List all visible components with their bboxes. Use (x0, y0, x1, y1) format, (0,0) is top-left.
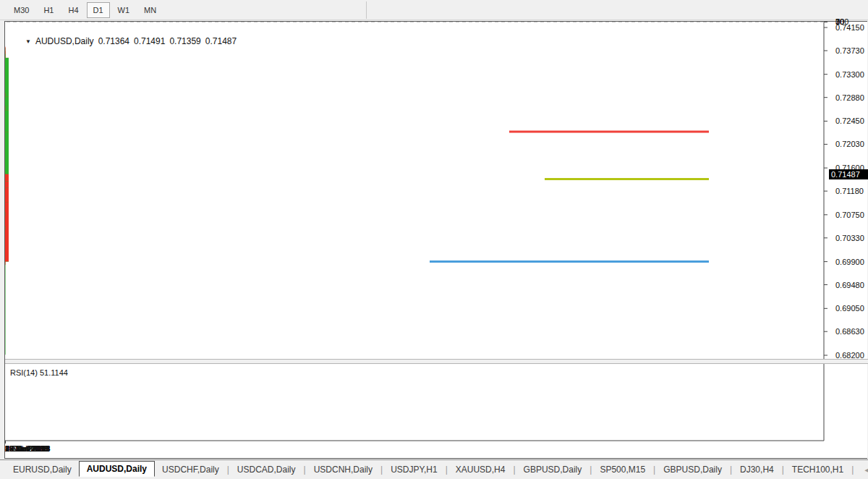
symbol-tab-usdcnh[interactable]: USDCNH,Daily (307, 462, 380, 478)
timeframe-button-m30[interactable]: M30 (7, 2, 35, 18)
price-axis-label: 0.69900 (835, 258, 864, 266)
chart-symbol: AUDUSD,Daily (35, 36, 94, 46)
trading-app-window: M30H1H4D1W1MN ▼AUDUSD,Daily0.713640.7149… (0, 0, 868, 479)
chart-canvas[interactable] (5, 22, 868, 458)
price-axis-label: 0.69480 (835, 281, 864, 289)
timeframe-button-h4[interactable]: H4 (61, 2, 85, 18)
timeframe-button-mn[interactable]: MN (137, 2, 163, 18)
symbol-tab-xauusd[interactable]: XAUUSD,H4 (448, 462, 513, 478)
candle-body (5, 202, 9, 212)
timeframe-button-d1[interactable]: D1 (87, 2, 110, 18)
price-axis-label: 0.72880 (835, 93, 864, 102)
ohlc-low: 0.71359 (169, 36, 200, 46)
symbol-tab-usdchf[interactable]: USDCHF,Daily (155, 462, 226, 478)
price-axis-label: 0.73300 (835, 70, 864, 79)
candle-body (5, 188, 9, 203)
toolbar-separator (366, 1, 367, 19)
panel-splitter[interactable] (5, 359, 868, 364)
candle-body (5, 181, 9, 187)
ohlc-close: 0.71487 (205, 36, 237, 46)
tabs-scroll-left-icon[interactable]: ◂ (864, 465, 868, 475)
price-axis-label: 0.71180 (835, 187, 864, 195)
symbol-tab-usdjpy[interactable]: USDJPY,H1 (383, 462, 444, 478)
rsi-name: RSI(14) (10, 368, 38, 377)
symbol-tab-usdcad[interactable]: USDCAD,Daily (230, 462, 303, 478)
candle-body (5, 110, 9, 132)
symbol-tabbar: EURUSD,DailyAUDUSD,DailyUSDCHF,Daily|USD… (0, 459, 868, 479)
symbol-tab-eurusd[interactable]: EURUSD,Daily (6, 462, 79, 478)
candle-body (5, 174, 9, 181)
timeframe-toolbar: M30H1H4D1W1MN (0, 0, 868, 20)
tab-nav: ◂▸ (864, 465, 868, 475)
chevron-down-icon[interactable]: ▼ (25, 38, 31, 45)
symbol-tab-dj30[interactable]: DJ30,H4 (733, 462, 781, 478)
current-price-tag: 0.71487 (829, 169, 868, 179)
candle-body (5, 96, 9, 106)
symbol-tab-gbpusd[interactable]: GBPUSD,Daily (656, 462, 729, 478)
symbol-tab-tech100[interactable]: TECH100,H1 (785, 462, 851, 478)
price-axis-label: 0.72450 (835, 116, 864, 125)
date-axis-label: 16 Feb 2019 (5, 444, 50, 453)
timeframe-button-w1[interactable]: W1 (111, 2, 137, 18)
price-axis-label: 0.72030 (835, 140, 864, 148)
rsi-indicator-label: RSI(14) 51.1144 (10, 368, 68, 377)
ohlc-open: 0.71364 (98, 36, 129, 46)
rsi-axis-label: 0 (835, 17, 840, 26)
price-axis-label: 0.70750 (835, 211, 864, 219)
symbol-tab-audusd-active[interactable]: AUDUSD,Daily (79, 461, 155, 477)
rsi-value: 51.1144 (40, 368, 68, 377)
ohlc-high: 0.71491 (134, 36, 165, 46)
timeframe-button-h1[interactable]: H1 (37, 2, 60, 18)
chart-window: ▼AUDUSD,Daily0.713640.714910.713590.7148… (4, 21, 867, 459)
price-axis-label: 0.68630 (835, 327, 864, 336)
chart-title: ▼AUDUSD,Daily0.713640.714910.713590.7148… (11, 26, 237, 56)
tab-separator: | (851, 465, 854, 475)
symbol-tab-sp500[interactable]: SP500,M15 (592, 462, 652, 478)
price-axis-label: 0.73730 (835, 46, 864, 55)
price-axis-label: 0.70330 (835, 234, 864, 242)
symbol-tab-gbpusd[interactable]: GBPUSD,Daily (516, 462, 590, 478)
price-axis-label: 0.69050 (835, 304, 864, 313)
price-axis-label: 0.68200 (835, 351, 864, 360)
